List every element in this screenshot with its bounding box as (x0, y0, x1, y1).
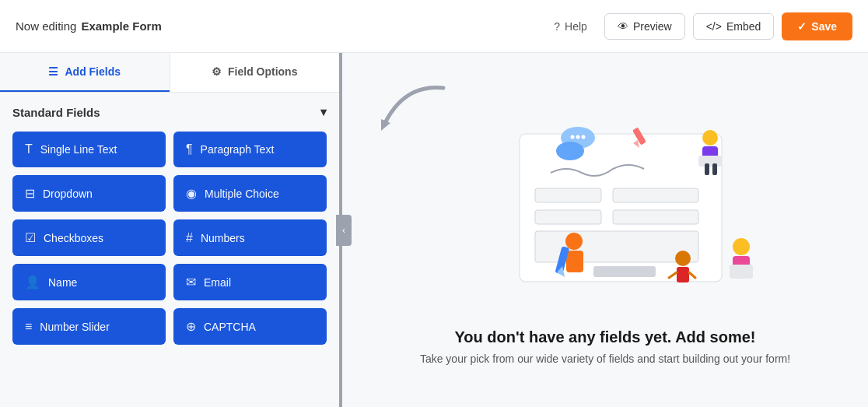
field-btn-numbers[interactable]: # Numbers (173, 219, 327, 256)
chevron-down-icon: ▾ (320, 105, 327, 119)
field-btn-checkboxes[interactable]: ☑ Checkboxes (12, 219, 166, 256)
field-btn-email[interactable]: ✉ Email (173, 264, 327, 300)
field-icon-numbers: # (186, 231, 193, 245)
field-btn-name[interactable]: 👤 Name (12, 264, 166, 300)
save-button[interactable]: ✓ Save (782, 12, 852, 40)
left-panel: ☰ Add Fields ⚙ Field Options Standard Fi… (0, 53, 342, 407)
preview-label: Preview (633, 20, 672, 33)
field-btn-single-line-text[interactable]: T Single Line Text (12, 132, 166, 167)
embed-label: Embed (726, 20, 761, 33)
fields-panel: Standard Fields ▾ T Single Line Text ¶ P… (0, 93, 339, 407)
empty-state-subtitle: Take your pick from our wide variety of … (420, 353, 790, 365)
field-label-name: Name (48, 276, 77, 289)
main-layout: ☰ Add Fields ⚙ Field Options Standard Fi… (0, 53, 868, 407)
svg-point-9 (556, 142, 584, 160)
svg-point-27 (675, 251, 691, 266)
field-icon-multiple-choice: ◉ (186, 186, 197, 201)
help-label: Help (565, 20, 587, 33)
svg-rect-7 (593, 266, 656, 277)
svg-rect-18 (705, 163, 709, 175)
preview-button[interactable]: 👁 Preview (604, 13, 685, 40)
field-label-multiple-choice: Multiple Choice (205, 188, 279, 200)
fields-grid: T Single Line Text ¶ Paragraph Text ⊟ Dr… (12, 132, 327, 345)
embed-button[interactable]: </> Embed (693, 13, 775, 40)
field-btn-multiple-choice[interactable]: ◉ Multiple Choice (173, 175, 327, 212)
add-fields-icon: ☰ (48, 65, 58, 78)
section-title: Standard Fields (12, 106, 100, 119)
svg-point-12 (582, 135, 586, 139)
section-header: Standard Fields ▾ (12, 105, 327, 119)
help-button[interactable]: ? Help (544, 14, 597, 39)
field-icon-name: 👤 (25, 275, 40, 289)
field-label-captcha: CAPTCHA (204, 321, 256, 333)
svg-point-15 (702, 130, 718, 146)
field-icon-email: ✉ (186, 275, 196, 289)
field-icon-number-slider: ≡ (25, 320, 32, 334)
check-icon: ✓ (797, 20, 807, 33)
field-icon-single-line-text: T (25, 142, 33, 156)
chevron-left-icon: ‹ (342, 225, 345, 236)
header-left: Now editing Example Form (16, 19, 162, 33)
field-icon-paragraph-text: ¶ (186, 142, 193, 156)
editing-label: Now editing (16, 19, 76, 33)
empty-illustration (442, 95, 768, 313)
right-panel: You don't have any fields yet. Add some!… (342, 53, 868, 407)
field-btn-paragraph-text[interactable]: ¶ Paragraph Text (173, 132, 327, 167)
field-label-numbers: Numbers (201, 232, 245, 244)
header: Now editing Example Form ? Help 👁 Previe… (0, 0, 868, 53)
svg-point-20 (565, 233, 583, 250)
field-btn-captcha[interactable]: ⊕ CAPTCHA (173, 308, 327, 345)
field-label-dropdown: Dropdown (43, 188, 93, 200)
code-icon: </> (706, 20, 722, 33)
eye-icon: 👁 (618, 20, 628, 33)
field-label-single-line-text: Single Line Text (40, 143, 117, 156)
svg-rect-19 (712, 163, 717, 175)
svg-rect-4 (535, 210, 601, 224)
field-btn-number-slider[interactable]: ≡ Number Slider (12, 308, 166, 345)
save-label: Save (811, 20, 837, 33)
empty-state-title: You don't have any fields yet. Add some! (454, 328, 755, 346)
header-right: ? Help 👁 Preview </> Embed ✓ Save (544, 12, 852, 40)
collapse-handle[interactable]: ‹ (336, 215, 352, 246)
help-icon: ? (554, 20, 560, 33)
svg-point-10 (571, 135, 575, 139)
svg-rect-21 (566, 251, 583, 272)
svg-rect-17 (698, 156, 722, 167)
tabs-bar: ☰ Add Fields ⚙ Field Options (0, 53, 339, 93)
field-icon-dropdown: ⊟ (25, 186, 35, 201)
field-label-email: Email (204, 276, 231, 289)
field-icon-captcha: ⊕ (186, 319, 196, 334)
svg-point-11 (576, 135, 580, 139)
svg-rect-26 (730, 265, 753, 279)
tab-add-fields[interactable]: ☰ Add Fields (0, 53, 170, 92)
field-label-paragraph-text: Paragraph Text (201, 143, 275, 156)
form-name: Example Form (81, 19, 161, 33)
add-fields-label: Add Fields (65, 65, 121, 78)
field-btn-dropdown[interactable]: ⊟ Dropdown (12, 175, 166, 212)
field-label-checkboxes: Checkboxes (44, 232, 103, 244)
svg-rect-28 (677, 267, 689, 282)
svg-rect-5 (613, 210, 698, 224)
field-options-label: Field Options (228, 65, 297, 78)
field-label-number-slider: Number Slider (40, 321, 109, 333)
tab-field-options[interactable]: ⚙ Field Options (170, 53, 340, 92)
field-options-icon: ⚙ (212, 65, 222, 78)
svg-point-24 (733, 238, 750, 255)
field-icon-checkboxes: ☑ (25, 230, 36, 245)
svg-rect-2 (535, 188, 601, 202)
svg-rect-3 (613, 188, 698, 202)
